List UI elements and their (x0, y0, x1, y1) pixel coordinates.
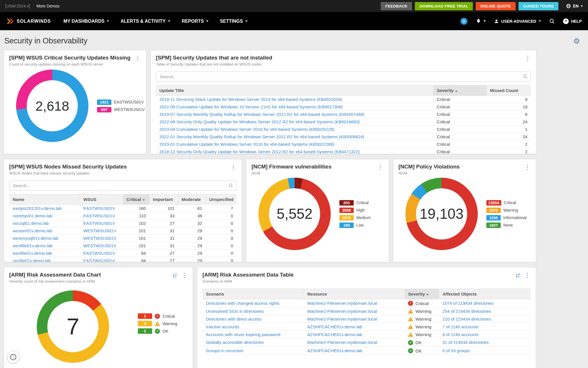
node-name-link[interactable]: westarr01v.demo.lab (13, 228, 52, 233)
nav-menu-item[interactable]: MY DASHBOARDS (63, 19, 109, 24)
update-title-link[interactable]: 2019-07 Security Monthly Quality Rollup … (159, 112, 364, 117)
arm-risk-donut-chart[interactable]: 7 (37, 290, 109, 363)
update-title-link[interactable]: 2023-04 Cumulative Update for Windows Se… (159, 127, 334, 132)
scenario-link[interactable]: Directories with changed access rights (206, 301, 279, 306)
column-wsus[interactable]: WSUS (80, 194, 123, 205)
widget-menu-icon[interactable] (525, 55, 531, 62)
node-name-link[interactable]: nocsql01.demo.lab (13, 221, 49, 226)
legend-item[interactable]: 697 WESTWSUS01V (97, 107, 145, 112)
column-moderate[interactable]: Moderate (178, 194, 206, 205)
wsus-server-link[interactable]: EASTWSUS01V (83, 258, 115, 262)
widget-menu-icon[interactable] (524, 164, 531, 170)
nav-menu-item[interactable]: REPORTS (182, 19, 208, 24)
widget-menu-icon[interactable] (524, 272, 531, 279)
help-button[interactable]: HELP (563, 18, 582, 24)
resource-link[interactable]: Machine2-Fileserver.mydomain.local (307, 309, 377, 314)
legend-item[interactable]: 1827 None (486, 223, 527, 228)
column-missed-count[interactable]: Missed Count (486, 85, 531, 96)
update-title-link[interactable]: 2018-12 Security Only Quality Update for… (159, 149, 360, 154)
legend-item[interactable]: 4 Warning (138, 321, 177, 326)
node-name-link[interactable]: westfile01v.demo.lab (13, 243, 53, 248)
legend-item[interactable]: 1921 EASTWSUS01V (97, 99, 145, 105)
user-menu[interactable]: USER-ADVANCED (494, 19, 541, 24)
wsus-server-link[interactable]: EASTWSUS01V (83, 213, 115, 218)
wsus-missing-donut-chart[interactable]: 2,618 (16, 70, 88, 142)
promo-button[interactable]: DOWNLOAD FREE TRIAL (415, 2, 473, 10)
wsus-server-link[interactable]: WESTWSUS01V (83, 243, 116, 248)
affected-objects-link[interactable]: 1074 of 219434 directories (442, 301, 494, 306)
promo-button[interactable]: GUIDED TOURS (519, 2, 558, 10)
update-title-link[interactable]: 2022-09 Cumulative Update for Windows 10… (159, 104, 343, 109)
update-title-link[interactable]: 2022-01 Security Monthly Quality Rollup … (159, 134, 364, 139)
resource-link[interactable]: Machine2-Fileserver.mydomain.local (307, 340, 377, 345)
search-input[interactable] (9, 181, 237, 191)
column-critical[interactable]: Critical▾ (123, 194, 149, 205)
affected-objects-link[interactable]: 31 of 219434 directories (442, 340, 489, 345)
legend-item[interactable]: 203 Critical (339, 200, 371, 206)
nav-menu-item[interactable]: SETTINGS (220, 19, 247, 24)
promo-button[interactable]: ONLINE QUOTE (476, 2, 515, 10)
promo-button[interactable]: FEEDBACK (381, 2, 412, 10)
resource-link[interactable]: Machine2-Fileserver.mydomain.local (307, 317, 377, 321)
assist-icon[interactable] (460, 18, 468, 25)
policy-violations-donut-chart[interactable]: 19,103 (405, 178, 478, 250)
node-name-link[interactable]: nocehyv01.demo.lab (13, 213, 52, 218)
wsus-server-link[interactable]: WESTWSUS01V (83, 236, 116, 241)
scenario-link[interactable]: Inactive accounts (206, 324, 239, 329)
affected-objects-link[interactable]: 7 of 1140 accounts (442, 324, 479, 329)
page-settings-gear-icon[interactable] (573, 37, 580, 45)
node-name-link[interactable]: nocfile01v.demo.lab (13, 258, 51, 262)
update-title-link[interactable]: 2022-08 Security Only Quality Update for… (159, 119, 360, 124)
column-unspecified[interactable]: Unspecified (206, 194, 237, 205)
open-in-new-icon[interactable] (172, 273, 177, 278)
legend-item[interactable]: 2572 Warning (486, 208, 527, 213)
resource-link[interactable]: Machine2-Fileserver.mydomain.local (307, 301, 377, 306)
open-in-new-icon[interactable] (515, 273, 520, 278)
affected-objects-link[interactable]: 0 of 53 groups (442, 348, 470, 353)
resource-link[interactable]: AZSHPCACHE01v.demo.lab (307, 348, 362, 353)
more-demos-link[interactable]: More Demos (36, 4, 59, 8)
scenario-link[interactable]: Accounts with never expiring password (206, 332, 280, 337)
language-selector[interactable]: EN (566, 3, 583, 9)
widget-menu-icon[interactable] (135, 55, 141, 62)
update-title-link[interactable]: 2023-01 Cumulative Update for Windows Se… (159, 142, 334, 147)
column-important[interactable]: Important (149, 194, 178, 205)
column-update-title[interactable]: Update Title (156, 85, 433, 96)
cookie-preferences-button[interactable] (7, 351, 20, 363)
scenario-link[interactable]: Unresolved SIDs in directories (206, 309, 264, 314)
scenario-link[interactable]: Globally accessible directories (206, 340, 264, 345)
resource-link[interactable]: AZSHPCACHE01v.demo.lab (307, 332, 362, 337)
node-name-link[interactable]: westmysql01v.demo.lab (13, 236, 58, 241)
column-severity[interactable]: Severity▴ (433, 85, 486, 96)
firmware-donut-chart[interactable]: 5,552 (258, 178, 331, 250)
resource-link[interactable]: AZSHPCACHE01v.demo.lab (307, 324, 362, 329)
node-name-link[interactable]: eastfile01v.demo.lab (13, 251, 52, 256)
column-severity[interactable]: Severity▾ (405, 289, 439, 299)
widget-menu-icon[interactable] (181, 272, 187, 279)
scenario-link[interactable]: Groups in recursion (206, 348, 243, 353)
node-name-link[interactable]: eastpts201201v.demo.lab (13, 206, 62, 211)
affected-objects-link[interactable]: 210 of 219434 directories (442, 317, 491, 321)
widget-menu-icon[interactable] (377, 164, 384, 170)
search-input[interactable] (156, 72, 531, 82)
legend-item[interactable]: 169 Low (339, 223, 371, 228)
widget-menu-icon[interactable] (230, 164, 237, 170)
notifications-button[interactable] (476, 18, 486, 24)
search-button[interactable] (549, 18, 555, 24)
legend-item[interactable]: 3508 High (339, 208, 371, 213)
solarwinds-logo[interactable]: SOLARWINDS (6, 18, 51, 24)
wsus-server-link[interactable]: EASTWSUS01V (83, 221, 115, 226)
legend-item[interactable]: 2 OK (138, 328, 177, 334)
legend-item[interactable]: 1 Critical (138, 313, 177, 319)
column-affected-objects[interactable]: Affected Objects (439, 289, 531, 299)
column-resource[interactable]: Resource (304, 289, 405, 299)
wsus-server-link[interactable]: EASTWSUS01V (83, 206, 115, 211)
wsus-server-link[interactable]: WESTWSUS01V (83, 228, 116, 233)
legend-item[interactable]: 13554 Critical (486, 200, 527, 206)
column-name[interactable]: Name (9, 194, 80, 205)
legend-item[interactable]: 1150 Informational (486, 215, 527, 221)
nav-menu-item[interactable]: ALERTS & ACTIVITY (121, 19, 170, 24)
affected-objects-link[interactable]: 8 of 1140 accounts (442, 332, 479, 337)
affected-objects-link[interactable]: 254 of 219434 directories (442, 309, 491, 314)
wsus-server-link[interactable]: EASTWSUS01V (83, 251, 115, 256)
